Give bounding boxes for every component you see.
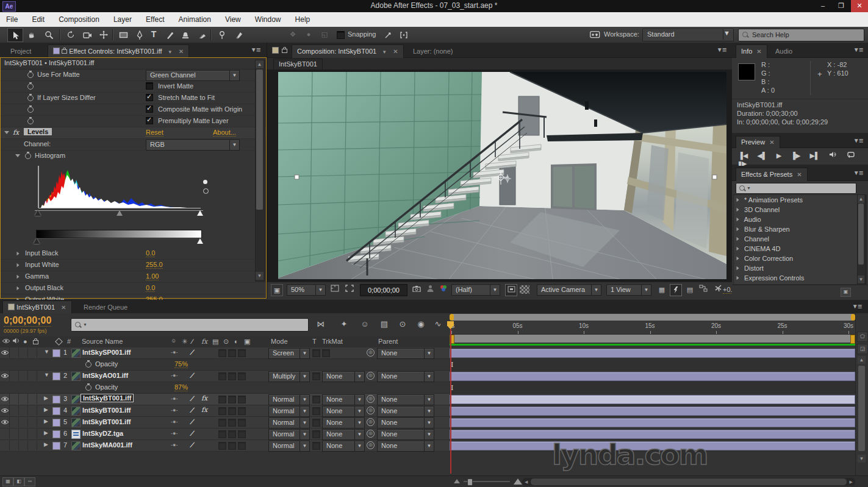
- stopwatch-icon[interactable]: [85, 385, 91, 391]
- expand-collapse-icon[interactable]: ▶: [44, 418, 48, 424]
- new-animation-preset-icon[interactable]: ▣: [841, 288, 851, 297]
- layer-name[interactable]: IntSkyBT001.iff: [82, 418, 131, 425]
- minimize-button[interactable]: –: [814, 0, 831, 12]
- collapse-switch-icon[interactable]: ✳: [182, 338, 187, 346]
- shy-toggle[interactable]: -●-: [171, 419, 178, 425]
- tab-close-icon[interactable]: ✕: [393, 48, 398, 55]
- motion-blur-box[interactable]: [228, 430, 236, 438]
- snapping-checkbox[interactable]: [337, 31, 345, 39]
- solo-cell[interactable]: [18, 428, 28, 439]
- motion-blur-box[interactable]: [228, 419, 236, 427]
- parameter-value[interactable]: 0.0: [146, 249, 155, 257]
- frame-blend-box[interactable]: [218, 349, 226, 357]
- parent-dropdown[interactable]: None▼: [377, 418, 434, 428]
- zoom-dropdown[interactable]: 50%▼: [287, 285, 326, 296]
- shy-toggle[interactable]: -●-: [171, 407, 178, 413]
- expand-icon[interactable]: [17, 252, 20, 255]
- three-d-box[interactable]: [238, 407, 246, 415]
- layer-duration-bar[interactable]: [450, 372, 855, 381]
- hand-tool[interactable]: [24, 28, 39, 41]
- input-black-slider[interactable]: [35, 210, 41, 216]
- three-d-switch-icon[interactable]: ▣: [244, 338, 250, 346]
- preserve-transparency-box[interactable]: [312, 396, 320, 403]
- quality-toggle[interactable]: ∕: [191, 394, 194, 403]
- auto-keyframe-button[interactable]: ◉: [414, 318, 428, 330]
- mode-column[interactable]: Mode: [271, 338, 288, 345]
- restore-button[interactable]: ❐: [833, 0, 850, 12]
- panel-menu-icon[interactable]: ▼≣: [251, 46, 260, 53]
- motion-blur-button[interactable]: ⊙: [395, 318, 410, 330]
- close-button[interactable]: ✕: [851, 0, 868, 12]
- exposure-reset-icon[interactable]: [712, 284, 723, 295]
- tab-effects-presets[interactable]: Effects & Presets✕: [736, 168, 808, 181]
- preserve-transparency-box[interactable]: [312, 407, 320, 415]
- solo-cell[interactable]: [18, 371, 28, 381]
- blend-mode-dropdown[interactable]: Normal▼: [268, 394, 310, 405]
- menu-item[interactable]: Window: [249, 12, 287, 27]
- expand-icon[interactable]: [737, 276, 739, 280]
- property-value[interactable]: 75%: [174, 360, 188, 368]
- layer-row[interactable]: ▶ 4 IntSkyBT001.iff -●- ∕ fx Normal▼ Non…: [0, 405, 450, 417]
- gamma-slider[interactable]: [117, 210, 123, 216]
- parent-dropdown[interactable]: None▼: [377, 406, 434, 417]
- tab-close-icon[interactable]: ✕: [756, 48, 761, 55]
- work-area-end-handle[interactable]: [850, 335, 855, 344]
- layer-name[interactable]: IntSkyMA001.iff: [82, 441, 132, 449]
- source-name-column[interactable]: Source Name: [82, 338, 123, 345]
- frame-blending-button[interactable]: ▤: [377, 318, 392, 330]
- loop-button[interactable]: [846, 151, 855, 159]
- three-d-box[interactable]: [238, 442, 246, 450]
- expand-collapse-icon[interactable]: ▶: [44, 395, 48, 401]
- scroll-right-icon[interactable]: ▶: [850, 480, 853, 485]
- lock-cell[interactable]: [27, 394, 37, 404]
- parent-pickwhip-icon[interactable]: ◎: [367, 372, 375, 380]
- reset-link[interactable]: Reset: [146, 129, 163, 137]
- effects-category-item[interactable]: Channel: [734, 234, 866, 244]
- tab-close-icon[interactable]: ✕: [61, 304, 66, 311]
- motion-blur-box[interactable]: [228, 372, 236, 380]
- video-cell[interactable]: [0, 428, 10, 439]
- quality-toggle[interactable]: ∕: [191, 348, 194, 357]
- timeline-search-input[interactable]: ▼: [71, 318, 309, 332]
- preserve-transparency-box[interactable]: [312, 419, 320, 427]
- solo-column-icon[interactable]: ●: [23, 338, 27, 345]
- tab-info[interactable]: Info✕: [736, 44, 767, 58]
- toggle-layer-switches-icon[interactable]: ▦: [2, 477, 13, 486]
- parameter-checkbox[interactable]: [146, 117, 153, 124]
- shy-toggle[interactable]: -●-: [171, 430, 178, 436]
- effects-category-item[interactable]: Distort: [734, 263, 866, 273]
- motion-blur-switch-icon[interactable]: ⊙: [223, 338, 229, 346]
- blend-mode-dropdown[interactable]: Normal▼: [268, 418, 310, 428]
- parent-dropdown[interactable]: None▼: [377, 429, 434, 440]
- blend-mode-dropdown[interactable]: Normal▼: [268, 406, 310, 417]
- transparency-grid-icon[interactable]: [520, 285, 529, 294]
- trkmat-dropdown[interactable]: None▼: [322, 394, 365, 405]
- collapse-icon[interactable]: [4, 131, 9, 134]
- snap-angle-icon[interactable]: [381, 28, 395, 41]
- track-row[interactable]: [450, 417, 855, 428]
- three-d-box[interactable]: [238, 372, 246, 380]
- layer-name[interactable]: IntSkyBT001.iff: [82, 407, 131, 414]
- exposure-toggle-icon[interactable]: [670, 284, 682, 296]
- effects-category-item[interactable]: Expression Controls: [734, 273, 866, 283]
- scroll-down-icon[interactable]: ▼: [858, 455, 866, 463]
- zoom-in-icon[interactable]: [514, 478, 522, 485]
- navigator-start-handle[interactable]: [450, 314, 454, 321]
- preserve-transparency-box[interactable]: [312, 372, 320, 380]
- property-row[interactable]: Opacity 87%: [0, 382, 450, 394]
- track-scrollbar-thumb[interactable]: [858, 366, 865, 451]
- preserve-transparency-box[interactable]: [312, 349, 320, 357]
- frame-blend-box[interactable]: [218, 442, 226, 450]
- tab-timeline-comp[interactable]: IntSkyBT001 ✕: [2, 300, 72, 314]
- quality-toggle[interactable]: ∕: [191, 406, 194, 414]
- lock-cell[interactable]: [27, 428, 37, 439]
- menu-item[interactable]: Composition: [52, 12, 106, 27]
- puppet-pin-tool[interactable]: [215, 28, 229, 41]
- expand-icon[interactable]: [737, 208, 739, 212]
- audio-cell[interactable]: [9, 347, 19, 358]
- trkmat-dropdown[interactable]: None▼: [322, 406, 365, 417]
- toggle-in-out-stretch-icon[interactable]: ⇿: [24, 477, 35, 486]
- frame-blend-box[interactable]: [218, 430, 226, 438]
- previous-frame-button[interactable]: ◀▌: [757, 152, 767, 160]
- effects-category-item[interactable]: 3D Channel: [734, 205, 866, 215]
